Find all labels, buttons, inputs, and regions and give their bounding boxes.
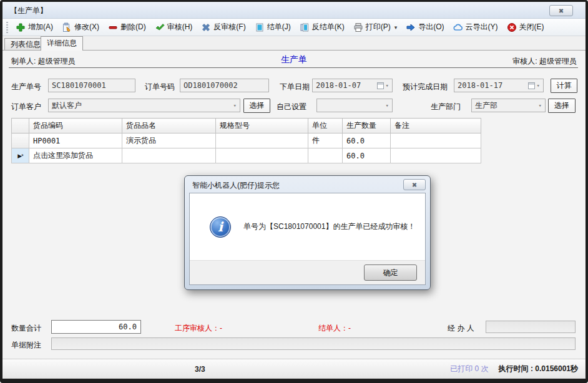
add-item-cell[interactable]: 点击这里添加货品: [29, 148, 122, 163]
cell-qty[interactable]: 60.0: [343, 133, 391, 148]
audit-button[interactable]: 审核(H): [151, 21, 197, 34]
cell-note[interactable]: [391, 133, 481, 148]
cell-spec[interactable]: [216, 133, 308, 148]
cell-note[interactable]: [391, 148, 481, 163]
cross-icon: [201, 22, 211, 32]
table-row[interactable]: HP0001 演示货品 件 60.0: [12, 133, 481, 148]
col-note[interactable]: 备注: [391, 119, 481, 133]
chevron-down-icon[interactable]: ▾: [386, 99, 389, 112]
custom-set-combo[interactable]: ▾: [316, 99, 393, 112]
finish-date-field[interactable]: 2018-01-17 ▾: [454, 79, 544, 92]
sales-no-label: 订单号码: [145, 82, 175, 92]
window-close-button[interactable]: ✖: [549, 5, 573, 16]
cloud-icon: [453, 22, 463, 32]
cloud-export-button[interactable]: 云导出(Y): [449, 21, 502, 34]
col-name[interactable]: 货品品名: [122, 119, 216, 133]
col-qty[interactable]: 生产数量: [343, 119, 391, 133]
minus-icon: [108, 22, 118, 32]
customer-label: 订单客户: [11, 102, 41, 112]
plus-icon: [16, 22, 26, 32]
close-icon: ✖: [559, 7, 564, 14]
items-table: 货品编码 货品品名 规格型号 单位 生产数量 备注 HP0001 演示货品 件 …: [11, 118, 481, 163]
cloud-export-label: 云导出(Y): [466, 22, 498, 32]
toolbar-grip-icon: [6, 22, 8, 33]
department-select-button[interactable]: 选择: [548, 99, 576, 113]
dialog-content: i 单号为【SC1801070001】的生产单已经成功审核！ 确定: [189, 193, 426, 285]
unclose-order-button[interactable]: 反结单(K): [296, 21, 348, 34]
arrow-right-icon: [406, 22, 416, 32]
window-titlebar: 【生产单】 ✖: [2, 2, 586, 19]
cell-name[interactable]: [122, 148, 216, 163]
dialog-message: 单号为【SC1801070001】的生产单已经成功审核！: [243, 221, 415, 232]
modify-button[interactable]: 修改(X): [58, 21, 103, 34]
settle-person-text: 结单人：-: [318, 323, 351, 334]
print-button[interactable]: 打印(P) ▾: [350, 21, 401, 34]
chevron-down-icon[interactable]: ▾: [394, 24, 398, 31]
current-row-marker-icon: ▶*: [12, 148, 29, 163]
info-icon: i: [210, 216, 231, 238]
total-qty-field[interactable]: 60.0: [51, 320, 141, 334]
dialog-close-button[interactable]: ✖: [403, 179, 426, 190]
dialog-title: 智能小机器人(肥仔)提示您: [192, 180, 280, 191]
close-label: 关闭(E): [519, 22, 544, 32]
printed-count-text: 已打印 0 次: [450, 364, 488, 374]
chevron-down-icon[interactable]: ▾: [386, 79, 389, 92]
documents-icon: [300, 22, 310, 32]
cell-unit[interactable]: [308, 148, 343, 163]
chevron-down-icon[interactable]: ▾: [537, 79, 540, 92]
order-date-field[interactable]: 2018-01-07 ▾: [312, 79, 393, 92]
delete-button[interactable]: 删除(D): [104, 21, 150, 34]
sales-no-field[interactable]: OD1801070002: [180, 79, 269, 92]
calendar-icon: [377, 82, 384, 89]
add-item-row[interactable]: ▶* 点击这里添加货品 60.0: [12, 148, 481, 163]
unclose-order-label: 反结单(K): [312, 22, 345, 32]
print-label: 打印(P): [366, 22, 391, 32]
row-selector-cell[interactable]: [12, 133, 29, 148]
add-button[interactable]: 增加(A): [12, 21, 57, 34]
customer-combo[interactable]: 默认客户 ▾: [48, 99, 240, 112]
order-date-label: 下单日期: [280, 82, 310, 92]
close-order-label: 结单(J): [267, 22, 291, 32]
unaudit-button[interactable]: 反审核(F): [197, 21, 249, 34]
dialog-footer: 确定: [190, 260, 425, 284]
cell-spec[interactable]: [216, 148, 308, 163]
close-order-button[interactable]: 结单(J): [251, 21, 295, 34]
doc-note-field[interactable]: [51, 337, 576, 350]
cell-unit[interactable]: 件: [308, 133, 343, 148]
department-label: 生产部门: [431, 102, 461, 112]
handler-field[interactable]: [486, 321, 576, 333]
close-button[interactable]: 关闭(E): [503, 21, 548, 34]
tab-detail-info[interactable]: 详细信息: [41, 36, 83, 51]
chevron-down-icon[interactable]: ▾: [233, 99, 237, 112]
message-dialog: 智能小机器人(肥仔)提示您 ✖ i 单号为【SC1801070001】的生产单已…: [184, 175, 431, 290]
chevron-down-icon[interactable]: ▾: [539, 99, 542, 112]
dialog-body: i 单号为【SC1801070001】的生产单已经成功审核！: [190, 193, 425, 260]
col-unit[interactable]: 单位: [308, 119, 343, 133]
col-code[interactable]: 货品编码: [29, 119, 122, 133]
order-date-value: 2018-01-07: [316, 79, 377, 92]
calculate-button[interactable]: 计算: [551, 79, 577, 93]
order-no-field[interactable]: SC1801070001: [48, 79, 135, 92]
export-button[interactable]: 导出(O): [402, 21, 448, 34]
tab-bar: 列表信息 详细信息: [2, 36, 586, 50]
document-title: 生产单: [2, 54, 586, 65]
cell-code[interactable]: HP0001: [29, 133, 122, 148]
ok-button[interactable]: 确定: [364, 264, 417, 281]
add-label: 增加(A): [28, 22, 53, 32]
department-value: 生产部: [475, 99, 497, 112]
production-order-window: 【生产单】 ✖ 增加(A) 修改(X) 删除(D) 审核(H) 反审核(F): [0, 0, 588, 383]
doc-note-label: 单据附注: [11, 340, 41, 351]
total-qty-label: 数量合计: [11, 323, 41, 334]
close-icon: ✖: [412, 182, 417, 188]
finish-date-label: 预计完成日期: [403, 82, 448, 92]
cell-qty-total[interactable]: 60.0: [343, 148, 391, 163]
finish-date-value: 2018-01-17: [458, 79, 528, 92]
calendar-icon: [528, 82, 535, 89]
table-header-row: 货品编码 货品品名 规格型号 单位 生产数量 备注: [12, 119, 481, 133]
edit-clipboard-icon: [62, 22, 72, 32]
col-spec[interactable]: 规格型号: [216, 119, 308, 133]
document-icon: [255, 22, 265, 32]
customer-select-button[interactable]: 选择: [243, 99, 270, 113]
cell-name[interactable]: 演示货品: [122, 133, 216, 148]
department-combo[interactable]: 生产部 ▾: [471, 99, 546, 112]
